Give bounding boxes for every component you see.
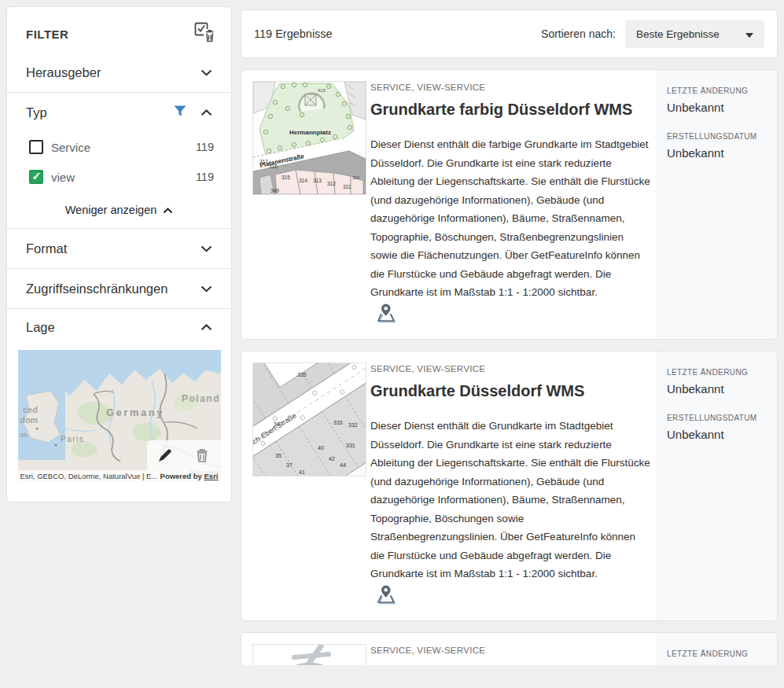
sidebar-section-herausgeber[interactable]: Herausgeber <box>7 53 231 92</box>
thumb-number: 333 <box>333 420 343 425</box>
sidebar-section-format[interactable]: Format <box>7 229 231 268</box>
map-label-london: on <box>20 431 28 439</box>
map-tools-overlay <box>147 440 221 470</box>
chevron-down-icon <box>201 241 212 256</box>
result-title[interactable]: Grundkarte farbig Düsseldorf WMS <box>370 101 655 119</box>
results-column: 119 Ergebnisse Sortieren nach: Beste Erg… <box>241 9 778 665</box>
meta-label: LETZTE ÄNDERUNG <box>667 649 769 658</box>
option-label: view <box>51 171 196 184</box>
result-type-tag: SERVICE, VIEW-SERVICE <box>370 646 655 655</box>
thumb-number: 40 <box>318 445 324 451</box>
thumb-number: 41 <box>299 469 305 475</box>
map-label-poland: Poland <box>182 393 220 404</box>
results-header: 119 Ergebnisse Sortieren nach: Beste Erg… <box>241 9 778 58</box>
results-count: 119 Ergebnisse <box>254 28 333 40</box>
meta-value: Unbekannt <box>667 146 769 160</box>
filter-title: FILTER <box>26 28 68 41</box>
thumb-number: 349 <box>271 188 279 193</box>
thumb-number: 34 <box>274 421 280 427</box>
esri-link[interactable]: Esri <box>204 472 219 480</box>
result-thumbnail-map[interactable]: Friedrich-Ebert-Straße 335 34 333 332 40… <box>252 362 366 476</box>
dropdown-caret-icon <box>745 27 753 41</box>
sidebar-section-lage[interactable]: Lage <box>7 309 231 345</box>
delete-extent-trash-icon[interactable] <box>190 443 214 467</box>
result-card: SERVICE, VIEW-SERVICE LETZTE ÄNDERUNG <box>241 632 778 665</box>
meta-label: LETZTE ÄNDERUNG <box>667 368 769 377</box>
meta-value: Unbekannt <box>667 382 769 396</box>
option-label: Service <box>51 141 196 154</box>
sidebar-section-zugriffseinschraenkungen[interactable]: Zugriffseinschränkungen <box>7 269 231 308</box>
spatial-extent-pin-icon[interactable] <box>375 303 397 327</box>
thumb-number: 44 <box>340 462 346 468</box>
result-title[interactable]: Grundkarte Düsseldorf WMS <box>370 382 655 400</box>
thumb-number: 332 <box>348 422 358 428</box>
map-label-paris: Paris <box>61 435 84 443</box>
filter-sidebar: FILTER Herausgeber Typ <box>6 6 232 502</box>
thumb-number: 317 <box>259 159 268 164</box>
sidebar-section-typ[interactable]: Typ <box>7 93 231 132</box>
draw-extent-pencil-icon[interactable] <box>153 443 177 467</box>
chevron-down-icon <box>201 65 212 79</box>
section-label-typ: Typ <box>26 105 47 120</box>
sort-by-label: Sortieren nach: <box>541 28 616 40</box>
map-label-germany: Germany <box>106 407 164 418</box>
thumb-number: 314 <box>299 178 307 183</box>
result-meta-panel: LETZTE ÄNDERUNG <box>657 633 777 665</box>
filter-header: FILTER <box>7 7 231 53</box>
result-meta-panel: LETZTE ÄNDERUNG Unbekannt ERSTELLUNGSDAT… <box>657 351 777 620</box>
thumb-number: 316 <box>269 164 278 169</box>
meta-value: Unbekannt <box>667 428 769 441</box>
section-label-zugriff: Zugriffseinschränkungen <box>26 281 167 296</box>
chevron-up-icon <box>163 203 173 217</box>
result-meta-panel: LETZTE ÄNDERUNG Unbekannt ERSTELLUNGSDAT… <box>657 70 777 339</box>
clear-filters-icon[interactable] <box>194 22 215 46</box>
section-label-format: Format <box>26 241 67 256</box>
attribution-text: Esri, GEBCO, DeLorme, NaturalVue | E... <box>20 472 158 480</box>
thumb-number: 35 <box>275 453 282 458</box>
meta-label: ERSTELLUNGSDATUM <box>667 132 769 141</box>
result-thumbnail-map[interactable] <box>252 644 366 665</box>
location-filter-map[interactable]: ced dom on Germany Poland Paris Hungary <box>18 350 221 482</box>
thumb-number: 42 <box>329 456 335 462</box>
meta-label: ERSTELLUNGSDATUM <box>667 414 769 422</box>
result-description: Dieser Dienst enthält die farbige Grundk… <box>370 135 652 302</box>
map-label-uk-bottom: dom <box>20 415 38 425</box>
show-less-label: Weniger anzeigen <box>65 204 157 216</box>
powered-by: Powered by Esri <box>160 472 219 480</box>
result-card: 415 Hermannplatz Platanenstraße <box>241 69 778 340</box>
result-card: Friedrich-Ebert-Straße 335 34 333 332 40… <box>241 351 778 621</box>
result-description: Dieser Dienst enthält die Grundkarte im … <box>370 417 652 583</box>
thumb-number: 315 <box>282 175 290 180</box>
filter-option-view[interactable]: view 119 <box>7 162 231 192</box>
thumb-number: 313 <box>313 178 322 183</box>
result-type-tag: SERVICE, VIEW-SERVICE <box>370 364 655 373</box>
checkbox-service-unchecked[interactable] <box>29 140 43 154</box>
thumb-place-label: Hermannplatz <box>289 129 331 136</box>
show-less-toggle[interactable]: Weniger anzeigen <box>7 192 231 228</box>
result-type-tag: SERVICE, VIEW-SERVICE <box>370 83 655 92</box>
thumb-number: 312 <box>327 181 336 186</box>
filter-active-funnel-icon <box>174 105 186 120</box>
sort-dropdown[interactable]: Beste Ergebnisse <box>625 20 764 48</box>
map-label-uk-top: ced <box>23 405 38 414</box>
map-attribution: Esri, GEBCO, DeLorme, NaturalVue | E... … <box>18 470 221 482</box>
chevron-up-icon <box>201 320 212 334</box>
chevron-down-icon <box>201 281 212 296</box>
section-label-lage: Lage <box>26 320 55 335</box>
thumb-number: 335 <box>297 372 307 377</box>
spatial-extent-pin-icon[interactable] <box>375 584 397 609</box>
checkbox-view-checked[interactable] <box>29 170 43 184</box>
option-count: 119 <box>196 171 214 183</box>
result-thumbnail-map[interactable]: 415 Hermannplatz Platanenstraße <box>252 81 366 195</box>
filter-option-service[interactable]: Service 119 <box>7 132 231 162</box>
section-label-herausgeber: Herausgeber <box>26 65 101 80</box>
option-count: 119 <box>196 141 214 153</box>
thumb-number: 310 <box>352 175 359 180</box>
sort-selected-value: Beste Ergebnisse <box>636 28 720 40</box>
thumb-number: 37 <box>286 462 293 468</box>
meta-value: Unbekannt <box>667 101 769 114</box>
thumb-number: 311 <box>343 184 352 189</box>
chevron-up-icon <box>201 105 212 120</box>
thumb-number: 415 <box>318 88 326 93</box>
meta-label: LETZTE ÄNDERUNG <box>667 86 769 95</box>
